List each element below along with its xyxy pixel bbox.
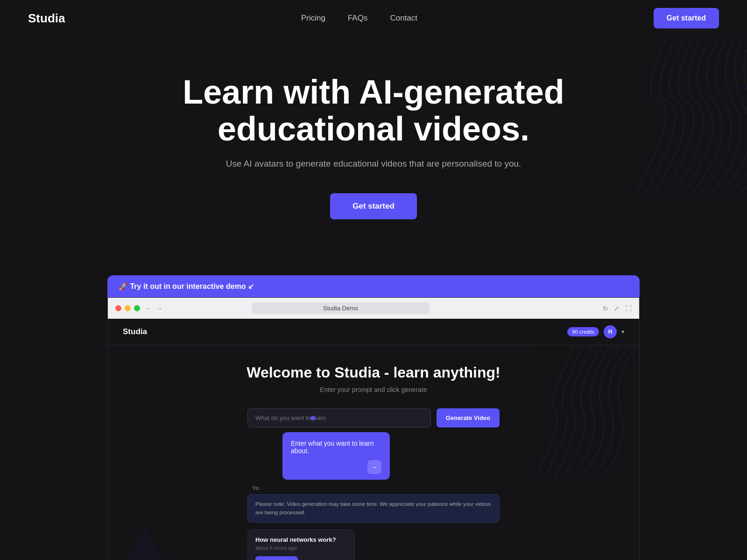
history-card-time: about 6 hours ago — [255, 545, 347, 551]
nav-link-contact[interactable]: Contact — [390, 14, 417, 23]
navbar: Studia Pricing FAQs Contact Get started — [0, 0, 747, 36]
browser-open-icon[interactable]: ⤢ — [614, 305, 620, 312]
traffic-light-maximize[interactable] — [134, 305, 140, 311]
tooltip-box: Enter what you want to learn about. → — [282, 432, 390, 480]
app-main: Welcome to Studia - learn anything! Ente… — [108, 345, 639, 560]
demo-browser: ← → Studia Demo ↻ ⤢ ⛶ Studia 90 credits … — [107, 297, 640, 560]
avatar-chevron[interactable]: ▾ — [621, 329, 624, 335]
traffic-lights — [115, 305, 140, 311]
hero-title: Learn with AI-generated educational vide… — [149, 74, 598, 147]
history-card: How neural networks work? about 6 hours … — [247, 529, 355, 560]
app-content: Studia 90 credits H ▾ — [108, 319, 639, 560]
browser-forward-icon[interactable]: → — [156, 305, 162, 312]
site-logo: Studia — [28, 11, 65, 26]
traffic-light-close[interactable] — [115, 305, 121, 311]
traffic-light-minimize[interactable] — [125, 305, 131, 311]
input-cursor-dot — [310, 416, 315, 420]
user-avatar[interactable]: H — [604, 325, 617, 338]
you-label: Yo — [247, 484, 500, 491]
hero-section: Learn with AI-generated educational vide… — [0, 36, 747, 247]
app-welcome-subtitle: Enter your prompt and click generate — [117, 386, 630, 393]
generate-video-button[interactable]: Generate Video — [437, 408, 500, 427]
browser-nav-buttons: ← → — [146, 305, 162, 312]
app-navbar: Studia 90 credits H ▾ — [108, 319, 639, 345]
browser-expand-icon[interactable]: ⛶ — [625, 305, 632, 312]
history-card-title: How neural networks work? — [255, 536, 347, 543]
app-nav-right: 90 credits H ▾ — [567, 325, 624, 338]
nav-link-faqs[interactable]: FAQs — [348, 14, 368, 23]
browser-chrome: ← → Studia Demo ↻ ⤢ ⛶ — [108, 298, 639, 319]
view-video-button[interactable]: View Video — [255, 556, 298, 560]
demo-section: 🚀 Try it out in our interactive demo ↙ ←… — [107, 275, 640, 560]
nav-links: Pricing FAQs Contact — [301, 14, 417, 23]
app-logo: Studia — [123, 327, 147, 336]
browser-address-bar[interactable]: Studia Demo — [252, 302, 430, 314]
browser-action-buttons: ↻ ⤢ ⛶ — [603, 305, 632, 312]
note-banner: Please note: Video generation may take s… — [247, 494, 500, 523]
hero-cta-button[interactable]: Get started — [330, 193, 417, 219]
tooltip-text: Enter what you want to learn about. — [291, 440, 381, 455]
credits-badge: 90 credits — [567, 327, 599, 336]
nav-link-pricing[interactable]: Pricing — [301, 14, 325, 23]
demo-banner: 🚀 Try it out in our interactive demo ↙ — [107, 275, 640, 297]
tooltip-arrow-button[interactable]: → — [367, 460, 381, 474]
svg-marker-0 — [108, 525, 183, 560]
browser-refresh-icon[interactable]: ↻ — [603, 305, 608, 312]
hero-subtitle: Use AI avatars to generate educational v… — [0, 159, 747, 169]
app-welcome-title: Welcome to Studia - learn anything! — [117, 364, 630, 381]
bottom-left-decoration — [108, 525, 183, 560]
prompt-input[interactable] — [247, 408, 431, 427]
prompt-input-row: Generate Video — [247, 408, 500, 427]
browser-back-icon[interactable]: ← — [146, 305, 152, 312]
nav-cta-button[interactable]: Get started — [654, 8, 719, 28]
